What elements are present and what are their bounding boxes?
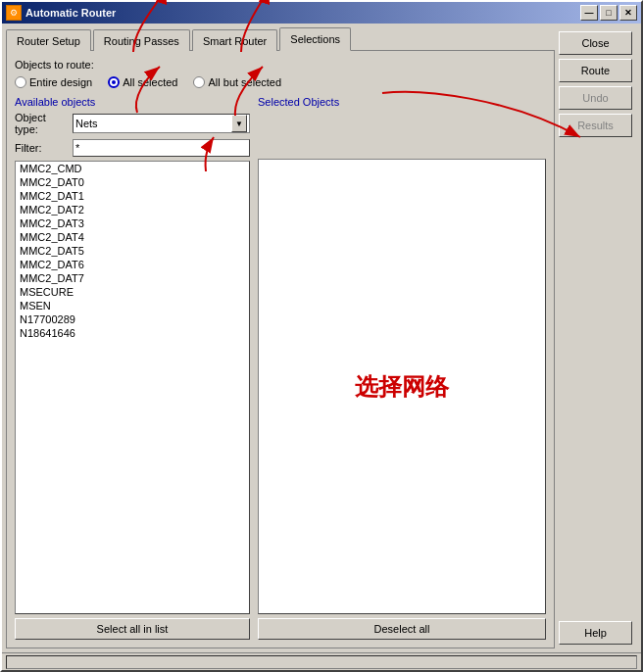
right-column: Selected Objects 选择网络 Deselect all (258, 96, 546, 640)
list-item[interactable]: MMC2_DAT3 (16, 216, 249, 230)
main-window: ⚙ Automatic Router — □ ✕ Router Setup Ro… (0, 0, 643, 672)
list-item[interactable]: MMC2_DAT0 (16, 175, 249, 189)
list-item[interactable]: MMC2_DAT2 (16, 203, 249, 216)
undo-button[interactable]: Undo (559, 86, 632, 110)
help-label: Help (584, 627, 607, 639)
results-button[interactable]: Results (559, 114, 632, 137)
select-all-button[interactable]: Select all in list (15, 618, 250, 640)
window-close-button[interactable]: ✕ (619, 5, 637, 21)
filter-row: Filter: (15, 139, 250, 157)
objects-to-route-label: Objects to route: (15, 59, 546, 71)
available-objects-label: Available objects (15, 96, 250, 108)
select-arrow-icon: ▼ (231, 115, 247, 132)
close-label: Close (581, 37, 609, 49)
app-icon: ⚙ (6, 5, 22, 21)
filter-input[interactable] (73, 139, 250, 157)
window-title: Automatic Router (25, 7, 580, 19)
selected-objects-placeholder: 选择网络 (355, 371, 449, 403)
window-body: Router Setup Routing Passes Smart Router… (2, 24, 641, 652)
select-all-label: Select all in list (97, 623, 169, 635)
list-item[interactable]: MMC2_DAT1 (16, 189, 249, 203)
route-label: Route (581, 65, 610, 76)
list-item[interactable]: MSEN (16, 299, 249, 312)
deselect-all-button[interactable]: Deselect all (258, 618, 546, 640)
object-type-row: Object type: Nets ▼ (15, 112, 250, 135)
list-item[interactable]: MMC2_CMD (16, 162, 249, 175)
deselect-all-label: Deselect all (374, 623, 430, 635)
list-item[interactable]: MMC2_DAT6 (16, 258, 249, 271)
undo-label: Undo (582, 92, 608, 104)
tab-routing-passes-label: Routing Passes (104, 35, 179, 47)
button-spacer (559, 141, 637, 617)
tab-smart-router-label: Smart Router (203, 35, 267, 47)
radio-all-selected-label: All selected (123, 76, 177, 88)
radio-all-selected-indicator (108, 76, 120, 88)
route-button[interactable]: Route (559, 59, 632, 82)
object-type-label: Object type: (15, 112, 69, 135)
title-bar: ⚙ Automatic Router — □ ✕ (2, 2, 641, 24)
list-item[interactable]: N17700289 (16, 312, 249, 326)
filter-label: Filter: (15, 142, 69, 154)
results-label: Results (577, 120, 614, 131)
available-objects-list[interactable]: MMC2_CMD MMC2_DAT0 MMC2_DAT1 MMC2_DAT2 M… (15, 161, 250, 614)
radio-all-but-selected-indicator (193, 76, 205, 88)
list-item[interactable]: MMC2_DAT5 (16, 244, 249, 258)
tab-routing-passes[interactable]: Routing Passes (93, 29, 190, 51)
tab-smart-router[interactable]: Smart Router (192, 29, 277, 51)
radio-group: Entire design All selected All but selec… (15, 76, 546, 88)
list-item[interactable]: MSECURE (16, 285, 249, 299)
left-column: Available objects Object type: Nets ▼ Fi… (15, 96, 250, 640)
two-columns-area: Available objects Object type: Nets ▼ Fi… (15, 96, 546, 640)
tab-selections-label: Selections (290, 33, 340, 45)
radio-entire-design-label: Entire design (29, 76, 92, 88)
radio-all-selected[interactable]: All selected (108, 76, 177, 88)
tab-selections[interactable]: Selections (279, 27, 351, 51)
spacer (258, 112, 546, 159)
tab-router-setup-label: Router Setup (17, 35, 80, 47)
selected-objects-label: Selected Objects (258, 96, 546, 108)
minimize-button[interactable]: — (580, 5, 598, 21)
close-button[interactable]: Close (559, 31, 632, 55)
app-icon-glyph: ⚙ (10, 8, 18, 18)
radio-entire-design-indicator (15, 76, 26, 88)
main-panel: Router Setup Routing Passes Smart Router… (6, 27, 555, 648)
right-panel: Close Route Undo Results Help (559, 27, 637, 648)
radio-all-but-selected[interactable]: All but selected (193, 76, 281, 88)
tab-router-setup[interactable]: Router Setup (6, 29, 91, 51)
radio-entire-design[interactable]: Entire design (15, 76, 92, 88)
status-bar (2, 652, 641, 670)
list-item[interactable]: MMC2_DAT7 (16, 271, 249, 285)
status-panel (6, 655, 637, 669)
tab-content-selections: Objects to route: Entire design All sele… (6, 50, 555, 648)
radio-all-but-selected-label: All but selected (208, 76, 281, 88)
object-type-value: Nets (75, 118, 98, 129)
tab-bar: Router Setup Routing Passes Smart Router… (6, 27, 555, 51)
help-button[interactable]: Help (559, 621, 632, 645)
selected-objects-list[interactable]: 选择网络 (258, 159, 546, 614)
object-type-select[interactable]: Nets ▼ (73, 114, 250, 133)
title-bar-buttons: — □ ✕ (580, 5, 637, 21)
list-item[interactable]: N18641646 (16, 326, 249, 340)
list-item[interactable]: MMC2_DAT4 (16, 230, 249, 244)
maximize-button[interactable]: □ (600, 5, 618, 21)
